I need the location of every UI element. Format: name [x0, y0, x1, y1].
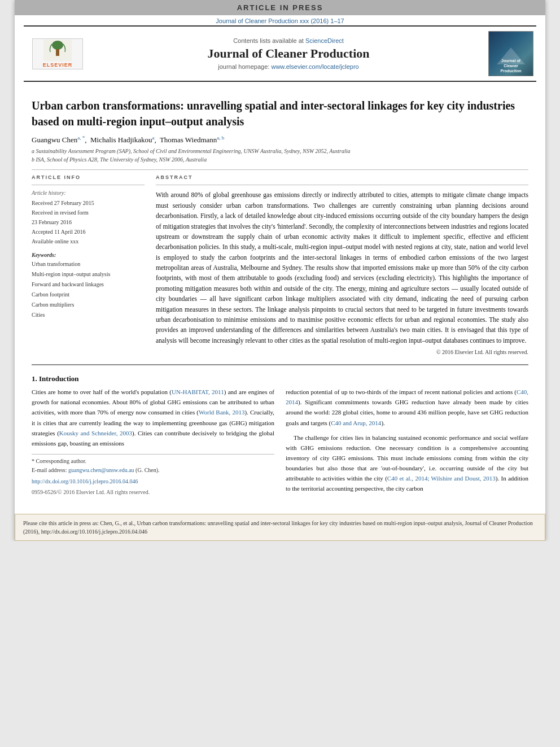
footnote-email: E-mail address: guangwu.chen@unsw.edu.au…	[32, 466, 274, 475]
article-in-press-banner: ARTICLE IN PRESS	[15, 0, 545, 15]
journal-title: Journal of Cleaner Production	[97, 46, 480, 61]
author-3: Thomas Wiedmann	[160, 136, 217, 144]
author-1: Guangwu Chen	[32, 136, 77, 144]
sciencedirect-link[interactable]: ScienceDirect	[305, 37, 344, 44]
abstract-col: ABSTRACT With around 80% of global green…	[156, 174, 528, 355]
elsevier-logo: ELSEVIER	[32, 38, 83, 69]
elsevier-emblem-icon	[43, 40, 72, 61]
journal-issue-line: Journal of Cleaner Production xxx (2016)…	[15, 15, 545, 25]
svg-rect-2	[56, 49, 59, 56]
author-2: Michalis Hadjikakou	[90, 136, 152, 144]
keyword-2: Multi-region input–output analysis	[32, 269, 145, 279]
keyword-4: Carbon footprint	[32, 290, 145, 300]
footnote-area: * Corresponding author. E-mail address: …	[32, 454, 274, 475]
elsevier-logo-area: ELSEVIER	[24, 36, 91, 72]
abstract-label: ABSTRACT	[156, 174, 528, 180]
article-title: Urban carbon transformations: unravellin…	[32, 98, 528, 129]
intro-p3: The challenge for cities lies in balanci…	[286, 433, 528, 494]
journal-header: ELSEVIER Contents lists available at Sci…	[24, 25, 536, 82]
history-revised-date: 23 February 2016	[32, 217, 145, 227]
cp-logo: Journal of Cleaner Production	[488, 31, 533, 76]
ref-c40-arup[interactable]: C40 and Arup, 2014	[331, 420, 381, 426]
ref-c40et[interactable]: C40 et al., 2014; Wilshire and Doust, 20…	[387, 475, 496, 482]
cp-logo-text: Journal of Cleaner Production	[501, 58, 522, 73]
intro-p1: Cities are home to over half of the worl…	[32, 387, 274, 448]
divider-abs	[156, 185, 528, 185]
keyword-5: Carbon multipliers	[32, 300, 145, 310]
divider-1	[32, 169, 528, 170]
keyword-6: Cities	[32, 310, 145, 320]
affiliation-b: b ISA, School of Physics A28, The Univer…	[32, 155, 528, 164]
section-intro-heading: 1. Introduction	[32, 374, 528, 383]
footnote-email-link[interactable]: guangwu.chen@unsw.edu.au	[68, 467, 134, 473]
doi-copyright: 0959-6526/© 2016 Elsevier Ltd. All right…	[32, 488, 274, 497]
svg-point-1	[52, 41, 63, 50]
ref-worldbank[interactable]: World Bank, 2013	[199, 409, 244, 416]
ref-unhabitat[interactable]: UN-HABITAT, 2011	[172, 388, 224, 395]
affiliation-a: a Sustainability Assessment Program (SAP…	[32, 147, 528, 155]
ref-kousky[interactable]: Kousky and Schneider, 2003	[59, 430, 132, 436]
article-info-col: ARTICLE INFO Article history: Received 2…	[32, 174, 145, 355]
body-two-col: Cities are home to over half of the worl…	[32, 387, 528, 501]
cp-logo-area: Journal of Cleaner Production	[485, 31, 536, 76]
homepage-url[interactable]: www.elsevier.com/locate/jclepro	[271, 63, 358, 70]
body-col-right: reduction potential of up to two-thirds …	[286, 387, 528, 501]
elsevier-wordmark: ELSEVIER	[43, 62, 73, 68]
journal-title-area: Contents lists available at ScienceDirec…	[91, 35, 485, 72]
keywords-label: Keywords:	[32, 252, 145, 258]
info-abstract-section: ARTICLE INFO Article history: Received 2…	[32, 174, 528, 355]
thick-divider	[32, 364, 528, 365]
intro-p2: reduction potential of up to two-thirds …	[286, 387, 528, 428]
authors-line: Guangwu Chena, *, Michalis Hadjikakoua, …	[32, 135, 528, 145]
divider-ai	[32, 185, 145, 185]
homepage-line: journal homepage: www.elsevier.com/locat…	[97, 63, 480, 70]
content-area: Urban carbon transformations: unravellin…	[15, 82, 545, 507]
citation-bar: Please cite this article in press as: Ch…	[15, 514, 545, 541]
abstract-copyright: © 2016 Elsevier Ltd. All rights reserved…	[156, 349, 528, 355]
keyword-1: Urban transformation	[32, 259, 145, 269]
ref-c40-2014[interactable]: C40, 2014	[286, 388, 528, 405]
affiliations: a Sustainability Assessment Program (SAP…	[32, 147, 528, 164]
footnote-corresponding: * Corresponding author.	[32, 457, 274, 466]
history-label: Article history:	[32, 190, 145, 196]
history-revised-label: Received in revised form	[32, 208, 145, 217]
keyword-3: Forward and backward linkages	[32, 279, 145, 290]
history-accepted: Accepted 11 April 2016	[32, 227, 145, 237]
history-received: Received 27 February 2015	[32, 198, 145, 208]
history-online: Available online xxx	[32, 237, 145, 246]
sciencedirect-line: Contents lists available at ScienceDirec…	[97, 37, 480, 44]
body-col-left: Cities are home to over half of the worl…	[32, 387, 274, 501]
abstract-text: With around 80% of global greenhouse gas…	[156, 190, 528, 346]
doi-link[interactable]: http://dx.doi.org/10.1016/j.jclepro.2016…	[32, 477, 274, 487]
article-info-label: ARTICLE INFO	[32, 174, 145, 180]
